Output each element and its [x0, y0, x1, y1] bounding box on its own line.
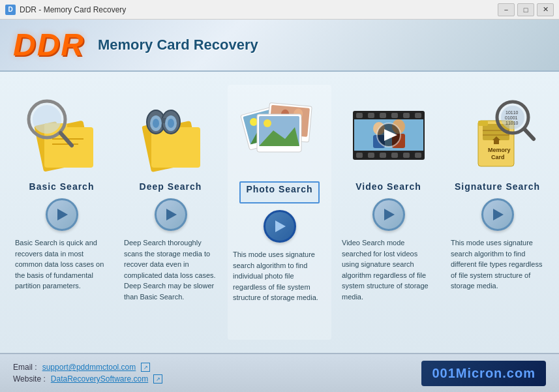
- photo-search-title: Photo Search: [246, 184, 312, 194]
- signature-search-desc: This mode uses signature search algorith…: [451, 237, 544, 292]
- deep-search-icon: [128, 95, 213, 173]
- video-search-icon: [346, 95, 431, 173]
- svg-rect-39: [403, 113, 410, 118]
- website-label: Website :: [13, 374, 46, 384]
- card-photo[interactable]: Photo Search This mode uses signature se…: [228, 85, 331, 340]
- footer-brand: 001Micron.com: [421, 361, 546, 386]
- svg-text:Memory: Memory: [488, 147, 511, 153]
- email-ext-icon[interactable]: ↗: [141, 363, 150, 372]
- email-label: Email :: [13, 363, 37, 372]
- svg-line-69: [524, 129, 534, 139]
- svg-rect-63: [494, 140, 499, 144]
- deep-play-button[interactable]: [155, 198, 187, 231]
- svg-rect-35: [356, 113, 363, 118]
- card-signature[interactable]: Memory Card 10110 01001 11010 Signature …: [446, 85, 549, 340]
- svg-text:11010: 11010: [506, 121, 519, 125]
- svg-rect-2: [44, 127, 93, 168]
- video-search-desc: Video Search mode searched for lost vide…: [342, 237, 435, 302]
- svg-text:01001: 01001: [505, 115, 518, 120]
- cards-row: Basic Search Basic Search is quick and r…: [10, 85, 549, 340]
- play-triangle-deep: [166, 209, 177, 220]
- video-search-title: Video Search: [355, 181, 421, 192]
- signature-search-title: Signature Search: [455, 181, 540, 192]
- photo-search-icon: [237, 95, 322, 173]
- svg-point-7: [33, 105, 61, 134]
- window-controls: − □ ✕: [498, 3, 554, 16]
- website-ext-icon[interactable]: ↗: [153, 374, 162, 384]
- play-triangle-video: [384, 209, 395, 220]
- app-logo: DDR: [13, 29, 85, 61]
- footer: Email : support@pddmmctool.com ↗ Website…: [0, 353, 559, 392]
- video-icon-area: [343, 91, 434, 176]
- svg-rect-40: [415, 113, 421, 118]
- signature-play-button[interactable]: [481, 198, 514, 231]
- photo-search-desc: This mode uses signature search algorith…: [233, 249, 326, 303]
- svg-rect-43: [380, 153, 386, 158]
- maximize-button[interactable]: □: [517, 3, 534, 16]
- email-link[interactable]: support@pddmmctool.com: [42, 363, 136, 372]
- photo-search-box: Photo Search: [239, 181, 319, 204]
- main-content: Basic Search Basic Search is quick and r…: [0, 72, 559, 353]
- close-button[interactable]: ✕: [537, 3, 554, 16]
- svg-rect-41: [356, 153, 363, 158]
- footer-email-row: Email : support@pddmmctool.com ↗: [13, 363, 162, 372]
- signature-search-icon: Memory Card 10110 01001 11010: [455, 95, 540, 173]
- play-triangle-basic: [57, 209, 68, 220]
- svg-point-19: [168, 119, 174, 128]
- svg-rect-36: [368, 113, 374, 118]
- card-video[interactable]: Video Search Video Search mode searched …: [337, 85, 440, 340]
- video-play-button[interactable]: [372, 198, 405, 231]
- svg-text:Card: Card: [491, 154, 505, 160]
- svg-rect-44: [391, 153, 398, 158]
- deep-icon-area: [125, 91, 217, 176]
- app-title: Memory Card Recovery: [98, 37, 258, 53]
- svg-point-32: [264, 119, 271, 127]
- card-basic[interactable]: Basic Search Basic Search is quick and r…: [10, 85, 113, 340]
- play-triangle-photo: [275, 220, 286, 232]
- photo-icon-area: [234, 91, 325, 176]
- svg-rect-45: [403, 153, 410, 158]
- signature-icon-area: Memory Card 10110 01001 11010: [452, 91, 543, 176]
- svg-rect-42: [368, 153, 374, 158]
- deep-search-title: Deep Search: [140, 181, 202, 192]
- app-icon: D: [5, 5, 16, 15]
- basic-search-title: Basic Search: [29, 181, 95, 192]
- title-bar: D DDR - Memory Card Recovery − □ ✕: [0, 0, 559, 20]
- website-link[interactable]: DataRecoverySoftware.com: [51, 374, 148, 384]
- svg-rect-46: [415, 153, 421, 158]
- basic-play-button[interactable]: [46, 198, 78, 231]
- app-header: DDR Memory Card Recovery: [0, 20, 559, 72]
- footer-contact: Email : support@pddmmctool.com ↗ Website…: [13, 363, 162, 384]
- play-triangle-signature: [493, 209, 504, 220]
- svg-point-18: [153, 119, 159, 128]
- svg-text:10110: 10110: [506, 110, 519, 115]
- footer-website-row: Website : DataRecoverySoftware.com ↗: [13, 374, 162, 384]
- photo-play-button[interactable]: [264, 210, 296, 243]
- card-deep[interactable]: Deep Search Deep Search thoroughly scans…: [119, 85, 222, 340]
- basic-search-desc: Basic Search is quick and recovers data …: [15, 237, 108, 292]
- svg-rect-57: [478, 121, 488, 126]
- basic-search-icon: [20, 95, 104, 173]
- deep-search-desc: Deep Search thoroughly scans the storage…: [124, 237, 217, 302]
- basic-icon-area: [16, 91, 108, 176]
- title-bar-text: DDR - Memory Card Recovery: [20, 5, 498, 14]
- svg-rect-37: [380, 113, 386, 118]
- svg-rect-38: [391, 113, 398, 118]
- minimize-button[interactable]: −: [498, 3, 515, 16]
